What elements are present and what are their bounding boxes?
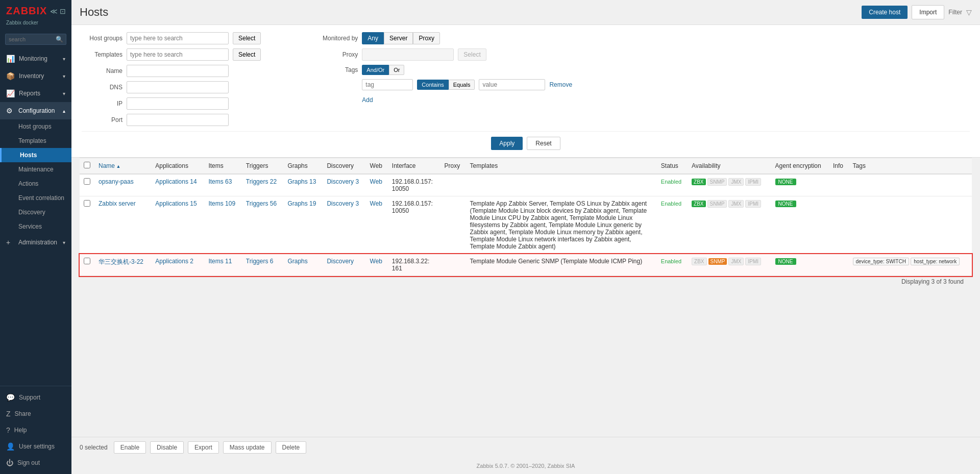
table-row: Zabbix server Applications 15 Items 109 … xyxy=(80,196,972,254)
sidebar-item-templates[interactable]: Templates xyxy=(0,134,71,148)
graphs-link-zabbix[interactable]: Graphs 19 xyxy=(287,200,316,207)
select-all-checkbox[interactable] xyxy=(84,162,90,168)
row-web-cell: Web xyxy=(366,196,388,254)
tag-input[interactable] xyxy=(362,79,413,90)
items-link-zabbix[interactable]: Items 109 xyxy=(208,200,235,207)
host-groups-input[interactable] xyxy=(127,32,229,44)
row-checkbox-1[interactable] xyxy=(84,178,90,185)
row-proxy-cell xyxy=(440,174,466,196)
host-link-zabbix[interactable]: Zabbix server xyxy=(99,200,136,207)
web-link-opsany[interactable]: Web xyxy=(370,178,382,185)
bottom-actions: 0 selected Enable Disable Export Mass up… xyxy=(71,437,980,458)
reports-icon: 📈 xyxy=(6,89,15,97)
monitored-proxy-button[interactable]: Proxy xyxy=(413,32,440,44)
sidebar-item-share[interactable]: Z Share xyxy=(0,406,71,422)
sidebar-item-user-settings-label: User settings xyxy=(19,443,55,450)
sidebar-item-configuration[interactable]: ⚙ Configuration ▴ xyxy=(0,102,71,119)
sidebar-item-reports[interactable]: 📈 Reports ▾ xyxy=(0,85,71,102)
sidebar-item-event-correlation[interactable]: Event correlation xyxy=(0,191,71,205)
graphs-link-huasan[interactable]: Graphs xyxy=(287,258,307,265)
items-link-huasan[interactable]: Items 11 xyxy=(208,258,232,265)
row-checkbox-2[interactable] xyxy=(84,200,90,207)
apply-button[interactable]: Apply xyxy=(491,137,523,150)
reset-button[interactable]: Reset xyxy=(527,137,560,150)
triggers-link-zabbix[interactable]: Triggers 56 xyxy=(246,200,277,207)
main-content: Hosts Create host Import Filter ▽ Host g… xyxy=(71,0,980,474)
templates-label: Templates xyxy=(82,51,122,58)
sidebar-item-help[interactable]: ? Help xyxy=(0,422,71,438)
sidebar-search-area: 🔍 xyxy=(5,34,66,45)
app-link-opsany[interactable]: Applications 14 xyxy=(155,178,197,185)
import-button[interactable]: Import xyxy=(912,5,944,19)
sidebar-item-help-label: Help xyxy=(14,427,27,434)
items-link-opsany[interactable]: Items 63 xyxy=(208,178,232,185)
jmx-badge-opsany: JMX xyxy=(728,178,744,186)
monitored-any-button[interactable]: Any xyxy=(362,32,384,44)
graphs-link-opsany[interactable]: Graphs 13 xyxy=(287,178,316,185)
app-link-zabbix[interactable]: Applications 15 xyxy=(155,200,197,207)
discovery-link-opsany[interactable]: Discovery 3 xyxy=(327,178,359,185)
sidebar-item-maintenance[interactable]: Maintenance xyxy=(0,162,71,177)
inventory-icon: 📦 xyxy=(6,72,15,80)
expand-icon[interactable]: ⊡ xyxy=(60,7,66,15)
contains-button[interactable]: Contains xyxy=(417,80,448,90)
sidebar-item-monitoring[interactable]: 📊 Monitoring ▾ xyxy=(0,50,71,67)
sidebar-item-inventory[interactable]: 📦 Inventory ▾ xyxy=(0,67,71,85)
templates-select-button[interactable]: Select xyxy=(233,48,261,61)
sort-name-link[interactable]: Name xyxy=(99,162,120,169)
encryption-badge-opsany: NONE xyxy=(775,179,796,185)
delete-button[interactable]: Delete xyxy=(276,441,307,454)
sidebar-item-sign-out[interactable]: ⏻ Sign out xyxy=(0,455,71,471)
sidebar-item-support[interactable]: 💬 Support xyxy=(0,389,71,406)
host-link-huasan[interactable]: 华三交换机-3-22 xyxy=(99,258,143,265)
equals-button[interactable]: Equals xyxy=(449,80,475,90)
add-tag-link[interactable]: Add xyxy=(362,96,373,104)
col-name[interactable]: Name xyxy=(94,158,151,174)
sidebar-item-hosts[interactable]: Hosts xyxy=(0,148,71,162)
tag-value-input[interactable] xyxy=(479,79,545,90)
export-button[interactable]: Export xyxy=(188,441,219,454)
sidebar-item-discovery[interactable]: Discovery xyxy=(0,205,71,219)
triggers-link-opsany[interactable]: Triggers 22 xyxy=(246,178,277,185)
enable-button[interactable]: Enable xyxy=(114,441,146,454)
sidebar-item-inventory-label: Inventory xyxy=(19,72,44,80)
filter-icon[interactable]: ▽ xyxy=(966,8,972,16)
disable-button[interactable]: Disable xyxy=(150,441,184,454)
collapse-icon[interactable]: ≪ xyxy=(50,7,58,15)
row-tags-cell xyxy=(849,196,972,254)
port-input[interactable] xyxy=(127,114,229,126)
sidebar-item-actions[interactable]: Actions xyxy=(0,177,71,191)
sign-out-icon: ⏻ xyxy=(6,459,13,467)
row-checkbox-3[interactable] xyxy=(84,258,90,264)
filter-buttons: Apply Reset xyxy=(82,131,970,150)
row-web-cell: Web xyxy=(366,174,388,196)
monitored-server-button[interactable]: Server xyxy=(384,32,413,44)
app-link-huasan[interactable]: Applications 2 xyxy=(155,258,193,265)
sidebar-item-host-groups[interactable]: Host groups xyxy=(0,119,71,134)
web-link-zabbix[interactable]: Web xyxy=(370,200,382,207)
name-input[interactable] xyxy=(127,65,229,77)
templates-input[interactable] xyxy=(127,48,229,61)
discovery-link-huasan[interactable]: Discovery xyxy=(327,258,354,265)
row-name-cell: opsany-paas xyxy=(94,174,151,196)
tags-field: Tags And/Or Or xyxy=(317,65,572,75)
andor-or-button[interactable]: Or xyxy=(389,65,404,75)
remove-tag-link[interactable]: Remove xyxy=(549,81,572,88)
host-groups-select-button[interactable]: Select xyxy=(233,32,261,44)
ip-input[interactable] xyxy=(127,97,229,110)
mass-update-button[interactable]: Mass update xyxy=(223,441,272,454)
sidebar-item-services[interactable]: Services xyxy=(0,219,71,234)
create-host-button[interactable]: Create host xyxy=(862,6,908,19)
sidebar-item-user-settings[interactable]: 👤 User settings xyxy=(0,438,71,455)
web-link-huasan[interactable]: Web xyxy=(370,258,382,265)
host-link-opsany[interactable]: opsany-paas xyxy=(99,178,134,185)
andor-and-or-button[interactable]: And/Or xyxy=(362,65,389,75)
col-triggers: Triggers xyxy=(242,158,284,174)
proxy-label: Proxy xyxy=(317,51,358,58)
sidebar-item-administration[interactable]: + Administration ▾ xyxy=(0,234,71,251)
discovery-link-zabbix[interactable]: Discovery 3 xyxy=(327,200,359,207)
dns-input[interactable] xyxy=(127,81,229,93)
table-header: Name Applications Items Triggers Graphs … xyxy=(80,158,972,174)
monitored-by-group: Any Server Proxy xyxy=(362,32,440,44)
triggers-link-huasan[interactable]: Triggers 6 xyxy=(246,258,274,265)
